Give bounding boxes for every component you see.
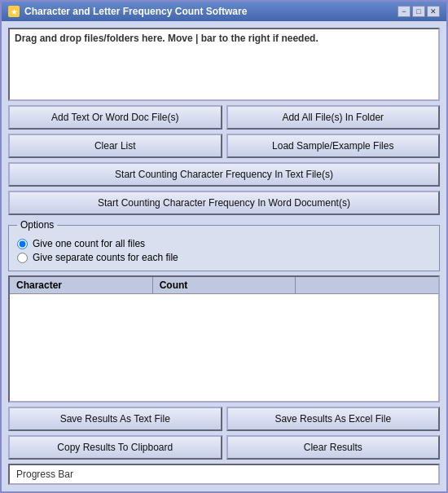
radio-separate-counts-label: Give separate counts for each file	[33, 252, 178, 263]
window-title: Character and Letter Frequency Count Sof…	[24, 6, 247, 17]
clear-results-button[interactable]: Clear Results	[226, 435, 441, 460]
progress-bar-label: Progress Bar	[16, 469, 73, 480]
minimize-button[interactable]: −	[397, 6, 411, 17]
table-header: Character Count	[10, 277, 438, 294]
radio-one-count[interactable]	[17, 239, 28, 249]
options-group: Options Give one count for all files Giv…	[8, 219, 440, 271]
col-count: Count	[153, 277, 296, 293]
save-excel-button[interactable]: Save Results As Excel File	[226, 407, 441, 431]
title-bar: ★ Character and Letter Frequency Count S…	[2, 2, 446, 21]
drop-zone[interactable]: Drag and drop files/folders here. Move |…	[8, 28, 440, 101]
col-character: Character	[10, 277, 153, 293]
add-text-file-button[interactable]: Add Text Or Word Doc File(s)	[8, 105, 222, 130]
save-text-file-button[interactable]: Save Results As Text File	[8, 407, 222, 431]
maximize-button[interactable]: □	[412, 6, 425, 17]
clear-list-button[interactable]: Clear List	[8, 134, 222, 158]
col-extra	[296, 277, 438, 293]
radio-separate-counts[interactable]	[17, 253, 28, 263]
copy-clear-row: Copy Results To Clipboard Clear Results	[8, 435, 440, 460]
main-window: ★ Character and Letter Frequency Count S…	[0, 0, 448, 493]
start-char-text-button[interactable]: Start Counting Character Frequency In Te…	[8, 162, 440, 187]
copy-clipboard-button[interactable]: Copy Results To Clipboard	[8, 435, 222, 460]
option-one-count: Give one count for all files	[17, 238, 431, 249]
window-controls: − □ ✕	[397, 6, 440, 17]
load-sample-button[interactable]: Load Sample/Example Files	[226, 134, 441, 158]
main-content: Drag and drop files/folders here. Move |…	[2, 21, 446, 491]
start-char-word-button[interactable]: Start Counting Character Frequency In Wo…	[8, 191, 440, 215]
clear-load-row: Clear List Load Sample/Example Files	[8, 134, 440, 158]
radio-one-count-label: Give one count for all files	[33, 238, 145, 249]
add-all-folder-button[interactable]: Add All File(s) In Folder	[226, 105, 441, 130]
results-table: Character Count	[8, 275, 440, 403]
close-button[interactable]: ✕	[427, 6, 440, 17]
app-icon: ★	[8, 6, 20, 17]
title-bar-left: ★ Character and Letter Frequency Count S…	[8, 6, 247, 17]
option-separate-counts: Give separate counts for each file	[17, 252, 431, 263]
save-row: Save Results As Text File Save Results A…	[8, 407, 440, 431]
options-legend: Options	[17, 219, 57, 231]
progress-bar: Progress Bar	[8, 464, 440, 485]
file-buttons-row: Add Text Or Word Doc File(s) Add All Fil…	[8, 105, 440, 130]
table-body	[10, 294, 438, 398]
drop-zone-text: Drag and drop files/folders here. Move |…	[15, 33, 433, 44]
